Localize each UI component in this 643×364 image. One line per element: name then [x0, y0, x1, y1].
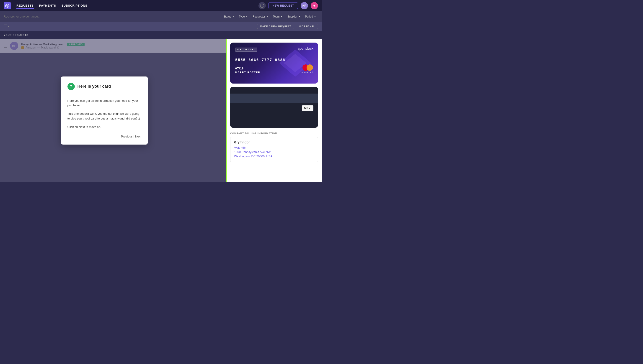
- billing-section: COMPANY BILLING INFORMATION Gryffindor V…: [230, 132, 318, 162]
- popup: ? Here is your card Here you can get all…: [61, 76, 148, 145]
- cvv-card: 567: [230, 87, 318, 128]
- next-link[interactable]: Next: [135, 135, 141, 138]
- svg-marker-1: [6, 4, 9, 7]
- search-bar: Status ▼ Type ▼ Requester ▼ Team ▼ Suppl…: [0, 12, 322, 22]
- popup-question-icon: ?: [68, 83, 75, 90]
- section-header: YOUR REQUESTS: [0, 31, 322, 39]
- svg-point-3: [262, 5, 262, 5]
- avatar[interactable]: HP: [301, 2, 308, 9]
- filter-supplier[interactable]: Supplier ▼: [285, 14, 302, 19]
- right-panel: VIRTUAL CARD spendesk 5555 6666 7777 888…: [226, 39, 322, 182]
- virtual-card: VIRTUAL CARD spendesk 5555 6666 7777 888…: [230, 42, 318, 84]
- select-dropdown-arrow[interactable]: ▾: [8, 25, 9, 28]
- left-panel: HP Harry Potter — Marketing team APPROVE…: [0, 39, 226, 182]
- previous-link[interactable]: Previous: [121, 135, 133, 138]
- filter-team[interactable]: Team ▼: [271, 14, 285, 19]
- help-icon[interactable]: [259, 2, 266, 9]
- logo[interactable]: [4, 2, 11, 9]
- popup-body: Here you can get all the information you…: [68, 98, 141, 130]
- card-diamond-decoration: [277, 47, 313, 79]
- billing-name: Gryffindor: [234, 140, 314, 144]
- heart-icon[interactable]: ♥: [311, 2, 318, 9]
- virtual-card-badge: VIRTUAL CARD: [235, 48, 257, 52]
- billing-vat[interactable]: VAT: 456: [234, 146, 314, 149]
- billing-address1[interactable]: 1600 Pennsylvania Ave NW: [234, 150, 314, 154]
- toolbar: ▾ MAKE A NEW REQUEST HIDE PANEL: [0, 22, 322, 31]
- cvv-number: 567: [302, 106, 313, 111]
- select-all-area: ▾: [4, 24, 9, 28]
- hide-panel-button[interactable]: HIDE PANEL: [296, 24, 318, 29]
- popup-title: Here is your card: [78, 84, 111, 89]
- popup-footer: Previous | Next: [68, 135, 141, 138]
- section-title: YOUR REQUESTS: [4, 34, 28, 36]
- filter-period[interactable]: Period ▼: [303, 14, 318, 19]
- card-holder: HARRY POTTER: [235, 71, 260, 74]
- header: REQUESTS PAYMENTS SUBSCRIPTIONS NEW REQU…: [0, 0, 322, 12]
- popup-header: ? Here is your card: [68, 83, 141, 94]
- main-content: HP Harry Potter — Marketing team APPROVE…: [0, 39, 322, 182]
- main-nav: REQUESTS PAYMENTS SUBSCRIPTIONS: [17, 3, 87, 9]
- filter-status[interactable]: Status ▼: [222, 14, 236, 19]
- search-input[interactable]: [4, 15, 220, 18]
- filter-requester[interactable]: Requester ▼: [251, 14, 270, 19]
- filter-buttons: Status ▼ Type ▼ Requester ▼ Team ▼ Suppl…: [222, 14, 318, 19]
- billing-title: COMPANY BILLING INFORMATION: [230, 132, 318, 135]
- card-expiry: 07/18: [235, 67, 260, 70]
- select-all-checkbox[interactable]: [4, 24, 7, 28]
- billing-address2[interactable]: Washington, DC 20500, USA: [234, 154, 314, 158]
- mc-circle-orange: [307, 64, 313, 71]
- svg-rect-4: [262, 6, 262, 7]
- make-new-request-button[interactable]: MAKE A NEW REQUEST: [257, 24, 294, 29]
- nav-requests[interactable]: REQUESTS: [17, 3, 34, 9]
- filter-type[interactable]: Type ▼: [237, 14, 250, 19]
- cvv-stripe: [230, 94, 318, 103]
- cvv-number-area: 567: [230, 103, 318, 114]
- nav-subscriptions[interactable]: SUBSCRIPTIONS: [62, 3, 87, 9]
- new-request-button[interactable]: NEW REQUEST: [269, 2, 298, 9]
- nav-divider: |: [133, 135, 134, 138]
- nav-payments[interactable]: PAYMENTS: [39, 3, 56, 9]
- toolbar-right: MAKE A NEW REQUEST HIDE PANEL: [257, 24, 318, 29]
- billing-card: Gryffindor VAT: 456 1600 Pennsylvania Av…: [230, 137, 318, 162]
- header-right: NEW REQUEST HP ♥: [259, 2, 318, 9]
